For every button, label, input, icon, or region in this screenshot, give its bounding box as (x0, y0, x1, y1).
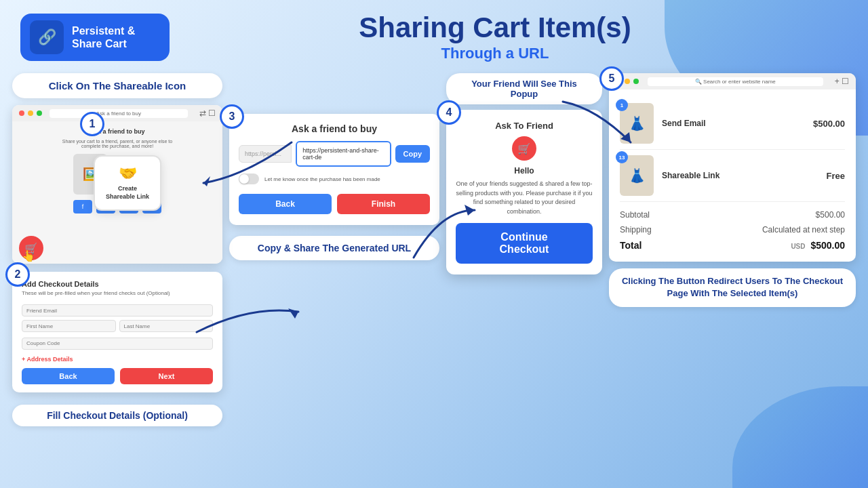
browser-inner-desc: Share your cart to a friend, parent, or … (62, 139, 172, 148)
share-back-finish-buttons: Back Finish (239, 194, 430, 214)
redirect-label: Clicking The Button Redirect Users To Th… (609, 268, 856, 306)
continue-checkout-button[interactable]: Continue Checkout (456, 223, 593, 264)
browser-nav-icons: ⇄ ☐ (199, 108, 216, 118)
subtotal-label: Subtotal (620, 210, 650, 220)
shipping-label: Shipping (620, 225, 652, 235)
item-2-price: Free (827, 171, 845, 181)
shareable-link-box: 🤝 Create Shareable Link (94, 155, 161, 210)
step2-back-button[interactable]: Back (22, 368, 115, 384)
item-2-name: Shareable Link (662, 171, 818, 180)
url-input-row: https://persi... https://persistent-and-… (239, 141, 430, 167)
step3-badge: 3 (220, 104, 244, 129)
logo-icon: 🔗 (30, 20, 64, 54)
first-name-input[interactable] (22, 320, 116, 332)
checkout-item-2: 13 👗 Shareable Link Free (620, 150, 845, 202)
checkout-browser-content: 1 👗 Send Email $500.00 13 👗 (609, 89, 856, 262)
currency-tag: USD (791, 243, 805, 250)
share-panel-title: Ask a friend to buy (239, 123, 430, 134)
step1-browser: Ask a friend to buy ⇄ ☐ Ask a friend to … (12, 105, 222, 264)
shareable-link-text: Create Shareable Link (104, 185, 151, 201)
copy-button[interactable]: Copy (395, 145, 431, 163)
total-label: Total (620, 240, 642, 251)
checkout-url-bar: 🔍 Search or enter website name (648, 77, 823, 86)
item-1-price: $500.00 (813, 119, 845, 129)
browser-dot-yellow (28, 110, 33, 116)
step5-badge: 5 (599, 66, 624, 91)
step3-finish-button[interactable]: Finish (337, 194, 430, 214)
checkout-form-panel: Add Checkout Details These will be pre-f… (12, 272, 222, 392)
item-1-image: 1 👗 (620, 103, 654, 144)
popup-title: Ask To Friend (456, 121, 593, 131)
logo-text: Persistent & Share Cart (72, 24, 135, 50)
shipping-row: Shipping Calculated at next step (620, 222, 845, 237)
form-title: Add Checkout Details (22, 280, 213, 288)
notify-toggle[interactable] (239, 174, 259, 184)
subtotal-value: $500.00 (816, 210, 845, 220)
step1-badge: 1 (80, 112, 104, 136)
total-row: Total USD $500.00 (620, 237, 845, 253)
hand-icon: 👆 (22, 249, 35, 262)
shareable-icon: 🤝 (104, 165, 151, 182)
item-1-name: Send Email (662, 119, 805, 128)
step2-badge: 2 (5, 262, 30, 287)
popup-hello: Hello (456, 166, 593, 176)
checkout-browser-bar: 🔍 Search or enter website name + ☐ (609, 73, 856, 89)
subtotal-row: Subtotal $500.00 (620, 207, 845, 222)
total-value: $500.00 (810, 240, 845, 251)
browser-bar: Ask a friend to buy ⇄ ☐ (12, 105, 222, 121)
toggle-row: Let me know once the purchase has been m… (239, 174, 430, 184)
item-2-badge: 13 (616, 151, 628, 163)
step4-badge: 4 (437, 100, 461, 125)
logo: 🔗 Persistent & Share Cart (20, 14, 170, 61)
browser-dot-green (37, 110, 42, 116)
toggle-label: Let me know once the purchase has been m… (264, 176, 380, 182)
browser-content: Ask a friend to buy Share your cart to a… (12, 121, 222, 264)
popup-cart-icon: 🛒 (512, 136, 536, 161)
click-icon-label: Click On The Shareable Icon (12, 73, 222, 98)
copy-share-label: Copy & Share The Generated URL (229, 236, 439, 260)
share-icon-1[interactable]: f (73, 200, 92, 214)
last-name-input[interactable] (119, 320, 214, 332)
coupon-input[interactable] (22, 338, 213, 350)
checkout-item-1: 1 👗 Send Email $500.00 (620, 98, 845, 150)
address-details-link[interactable]: + Address Details (22, 356, 213, 363)
popup-text: One of your friends suggested & shared a… (456, 180, 593, 216)
url-left-part: https://persi... (239, 145, 292, 163)
checkout-totals: Subtotal $500.00 Shipping Calculated at … (620, 207, 845, 253)
checkout-nav-icons: + ☐ (835, 77, 849, 86)
shipping-value: Calculated at next step (762, 225, 845, 235)
checkout-dot-yellow (625, 79, 630, 84)
checkout-dot-green (633, 79, 639, 84)
share-url-panel: Ask a friend to buy https://persi... htt… (229, 114, 439, 225)
step2-next-button[interactable]: Next (120, 368, 213, 384)
friend-email-input[interactable] (22, 304, 213, 317)
url-highlighted-input[interactable]: https://persistent-and-share-cart-de (296, 141, 391, 167)
browser-dot-red (19, 110, 24, 116)
step3-back-button[interactable]: Back (239, 194, 332, 214)
total-amount: USD $500.00 (791, 240, 845, 251)
popup-card: Ask To Friend 🛒 Hello One of your friend… (446, 110, 602, 274)
form-desc: These will be pre-filled when your frien… (22, 290, 213, 297)
checkout-browser: 🔍 Search or enter website name + ☐ 1 👗 S… (609, 73, 856, 262)
item-1-badge: 1 (616, 99, 628, 111)
friend-popup-label: Your Friend Will See This Popup (446, 73, 602, 104)
fill-checkout-label: Fill Checkout Details (Optional) (12, 405, 222, 426)
toggle-knob (239, 174, 249, 184)
form-buttons: Back Next (22, 368, 213, 384)
browser-url-bar: Ask a friend to buy (50, 109, 188, 118)
item-2-image: 13 👗 (620, 155, 654, 196)
